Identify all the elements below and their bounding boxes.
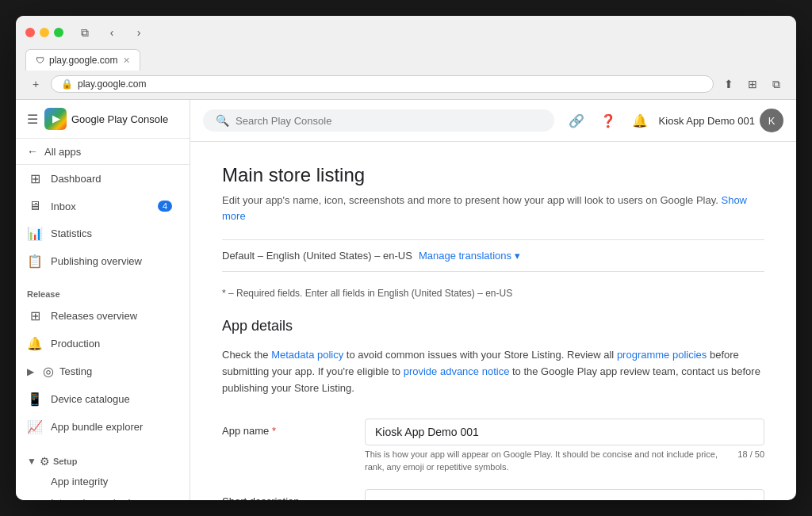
browser-chrome: ⧉ ‹ › 🛡 play.google.com ✕ + 🔒 play.googl… xyxy=(16,16,796,100)
address-bar-actions: ⬆ ⊞ ⧉ xyxy=(718,74,787,94)
bundle-icon: 📈 xyxy=(27,419,43,434)
sidebar-item-device-catalogue[interactable]: 📱 Device catalogue xyxy=(16,385,183,413)
maximize-button[interactable] xyxy=(54,28,63,37)
search-input[interactable] xyxy=(236,115,542,127)
app-name-label: App name * xyxy=(222,419,365,473)
subtitle-text: Edit your app's name, icon, screenshots … xyxy=(222,194,718,206)
statistics-icon: 📊 xyxy=(27,226,43,241)
sidebar-item-dashboard[interactable]: ⊞ Dashboard xyxy=(16,165,183,193)
chevron-down-icon: ▾ xyxy=(515,250,520,262)
dashboard-icon: ⊞ xyxy=(27,171,43,186)
new-tab-icon-button[interactable]: ⊞ xyxy=(742,74,763,94)
app-details-title: App details xyxy=(222,318,764,334)
programme-policies-link[interactable]: programme policies xyxy=(617,349,707,361)
browser-window: ⧉ ‹ › 🛡 play.google.com ✕ + 🔒 play.googl… xyxy=(16,16,796,500)
metadata-policy-link[interactable]: Metadata policy xyxy=(271,349,343,361)
play-logo-icon: ▶ xyxy=(44,108,67,130)
publishing-icon: 📋 xyxy=(27,254,43,269)
device-icon: 📱 xyxy=(27,392,43,407)
new-tab-button[interactable]: + xyxy=(25,74,46,94)
extensions-button[interactable]: ⧉ xyxy=(766,74,787,94)
sidebar-item-label: Device catalogue xyxy=(51,393,130,405)
required-star: * xyxy=(272,425,276,437)
user-account[interactable]: Kiosk App Demo 001 K xyxy=(659,109,783,132)
account-name: Kiosk App Demo 001 xyxy=(659,115,755,127)
help-icon-button[interactable]: ❓ xyxy=(596,108,621,133)
app-name-input[interactable] xyxy=(365,419,764,445)
top-bar-actions: 🔗 ❓ 🔔 Kiosk App Demo 001 K xyxy=(564,108,783,133)
back-button[interactable]: ‹ xyxy=(102,22,122,43)
advance-notice-link[interactable]: provide advance notice xyxy=(404,365,510,377)
short-description-input[interactable] xyxy=(365,489,764,500)
sidebar-item-statistics[interactable]: 📊 Statistics xyxy=(16,220,183,247)
app-integrity-label: App integrity xyxy=(51,476,108,487)
sidebar-item-inbox[interactable]: 🖥 Inbox 4 xyxy=(16,193,183,220)
language-row: Default – English (United States) – en-U… xyxy=(222,239,764,272)
app-title: Google Play Console xyxy=(71,113,168,125)
app-layout: ☰ ▶ Google Play Console ← All apps ⊞ Das… xyxy=(16,100,796,500)
short-desc-label: Short description xyxy=(222,489,365,500)
app-name-hint: This is how your app will appear on Goog… xyxy=(365,449,764,473)
sidebar-item-label: Dashboard xyxy=(51,173,102,185)
sidebar-item-label: Inbox xyxy=(51,201,76,212)
hamburger-icon[interactable]: ☰ xyxy=(27,112,38,127)
sidebar-item-label: Releases overview xyxy=(51,310,137,322)
setup-section-label: Setup xyxy=(53,457,78,466)
short-description-field: Short description A short description fo… xyxy=(222,489,764,500)
content-area: Main store listing Edit your app's name,… xyxy=(190,142,796,500)
search-icon: 🔍 xyxy=(216,114,229,127)
sidebar-item-production[interactable]: 🔔 Production xyxy=(16,330,183,357)
manage-translations-label: Manage translations xyxy=(419,250,511,262)
traffic-lights xyxy=(25,28,63,37)
language-label: Default – English (United States) – en-U… xyxy=(222,250,412,262)
sidebar-item-label: Testing xyxy=(59,365,92,377)
tab-url: play.google.com xyxy=(49,55,118,66)
sidebar-item-internal-sharing[interactable]: Internal app sharing xyxy=(16,492,190,500)
releases-icon: ⊞ xyxy=(27,308,43,323)
address-bar[interactable]: 🔒 play.google.com xyxy=(51,75,714,93)
address-text: play.google.com xyxy=(78,78,147,90)
setup-expand-icon: ▼ xyxy=(27,456,36,467)
inbox-icon: 🖥 xyxy=(27,199,43,213)
minimize-button[interactable] xyxy=(40,28,49,37)
forward-button[interactable]: › xyxy=(128,22,149,43)
manage-translations-button[interactable]: Manage translations ▾ xyxy=(419,250,520,262)
tab-close-icon[interactable]: ✕ xyxy=(123,55,130,66)
app-name-char-count: 18 / 50 xyxy=(737,449,764,461)
setup-gear-icon: ⚙ xyxy=(40,455,50,468)
sidebar-item-releases-overview[interactable]: ⊞ Releases overview xyxy=(16,302,183,330)
sidebar-item-app-bundle[interactable]: 📈 App bundle explorer xyxy=(16,413,183,441)
link-icon-button[interactable]: 🔗 xyxy=(564,108,589,133)
sidebar-item-label: Publishing overview xyxy=(51,255,142,267)
short-desc-content: A short description for your app. Users … xyxy=(365,489,764,500)
sidebar-item-publishing[interactable]: 📋 Publishing overview xyxy=(16,247,183,275)
app-name-content: This is how your app will appear on Goog… xyxy=(365,419,764,473)
release-section-header: Release xyxy=(16,281,190,302)
production-icon: 🔔 xyxy=(27,336,43,351)
top-bar: 🔍 🔗 ❓ 🔔 Kiosk App Demo 001 K xyxy=(190,100,796,142)
all-apps-button[interactable]: ← All apps xyxy=(16,139,190,165)
content-wrapper: Main store listing Edit your app's name,… xyxy=(190,142,796,500)
sidebar-item-testing[interactable]: ▶ ◎ Testing xyxy=(16,357,190,385)
notification-icon-button[interactable]: 🔔 xyxy=(627,108,653,133)
sidebar: ☰ ▶ Google Play Console ← All apps ⊞ Das… xyxy=(16,100,190,500)
close-button[interactable] xyxy=(25,28,35,37)
browser-tab[interactable]: 🛡 play.google.com ✕ xyxy=(25,49,140,71)
required-note: * – Required fields. Enter all fields in… xyxy=(222,288,764,299)
sidebar-toggle-button[interactable]: ⧉ xyxy=(75,22,95,43)
back-arrow-icon: ← xyxy=(27,145,38,158)
sidebar-item-label: Statistics xyxy=(51,227,92,239)
avatar: K xyxy=(760,109,783,132)
page-title: Main store listing xyxy=(222,164,764,186)
all-apps-label: All apps xyxy=(44,146,81,158)
play-logo: ▶ Google Play Console xyxy=(44,108,168,130)
expand-icon: ▶ xyxy=(27,366,34,377)
sidebar-item-app-integrity[interactable]: App integrity xyxy=(16,471,190,492)
sidebar-item-label: App bundle explorer xyxy=(51,421,143,433)
app-name-field: App name * This is how your app will app… xyxy=(222,419,764,473)
sidebar-item-label: Production xyxy=(51,338,100,350)
internal-sharing-label: Internal app sharing xyxy=(51,497,142,500)
share-button[interactable]: ⬆ xyxy=(718,74,739,94)
search-bar[interactable]: 🔍 xyxy=(203,109,554,132)
inbox-badge: 4 xyxy=(158,201,172,212)
